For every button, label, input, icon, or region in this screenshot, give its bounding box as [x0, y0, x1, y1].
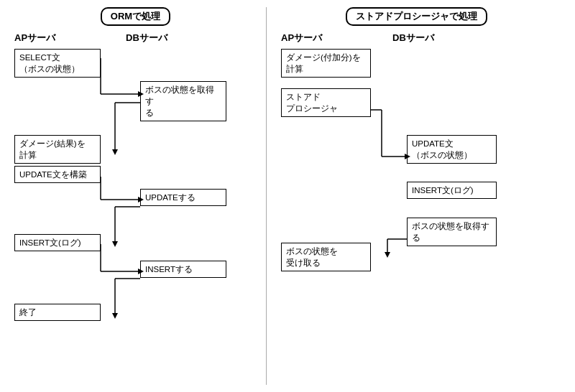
left-db-box-1: ボスの状態を取得する	[140, 81, 226, 121]
left-col-headers: APサーバ DBサーバ	[14, 32, 257, 45]
left-ap-box-3: UPDATE文を構築	[14, 166, 101, 183]
right-db-box-3: ボスの状態を取得する	[407, 218, 497, 246]
right-flow-area: ダメージ(付加分)を計算 ストアドプロシージャ ボスの状態を受け取る UPDAT…	[281, 49, 518, 358]
left-ap-box-2: ダメージ(結果)を計算	[14, 135, 101, 164]
panel-divider	[266, 7, 267, 385]
left-panel: ORMで処理 APサーバ DBサーバ SELECT文（ボスの状態） ダメージ(結…	[4, 7, 262, 385]
svg-marker-17	[112, 313, 118, 319]
left-ap-header: APサーバ	[14, 32, 126, 45]
left-db-box-2: UPDATEする	[140, 189, 226, 206]
left-db-box-3: INSERTする	[140, 261, 226, 278]
main-container: ORMで処理 APサーバ DBサーバ SELECT文（ボスの状態） ダメージ(結…	[0, 0, 575, 392]
right-ap-box-3: ボスの状態を受け取る	[281, 243, 371, 271]
svg-marker-11	[112, 241, 118, 247]
svg-marker-5	[112, 149, 118, 155]
left-ap-box-5: 終了	[14, 304, 101, 321]
left-db-header: DBサーバ	[126, 32, 167, 45]
right-ap-box-1: ダメージ(付加分)を計算	[281, 49, 371, 78]
right-ap-header: APサーバ	[281, 32, 392, 45]
right-panel: ストアドプロシージャで処理 APサーバ DBサーバ ダメージ(付加分)を計算 ス…	[270, 7, 558, 385]
right-db-box-2: INSERT文(ログ)	[407, 182, 497, 199]
left-panel-title: ORMで処理	[101, 7, 170, 26]
right-db-box-1: UPDATE文（ボスの状態）	[407, 135, 497, 164]
left-ap-box-1: SELECT文（ボスの状態）	[14, 49, 101, 78]
right-db-header: DBサーバ	[392, 32, 434, 45]
right-ap-box-2: ストアドプロシージャ	[281, 88, 371, 117]
left-flow-area: SELECT文（ボスの状態） ダメージ(結果)を計算 UPDATE文を構築 IN…	[14, 49, 252, 358]
svg-marker-24	[385, 252, 390, 258]
left-ap-box-4: INSERT文(ログ)	[14, 234, 101, 251]
right-panel-title: ストアドプロシージャで処理	[346, 7, 487, 26]
right-col-headers: APサーバ DBサーバ	[281, 32, 552, 45]
